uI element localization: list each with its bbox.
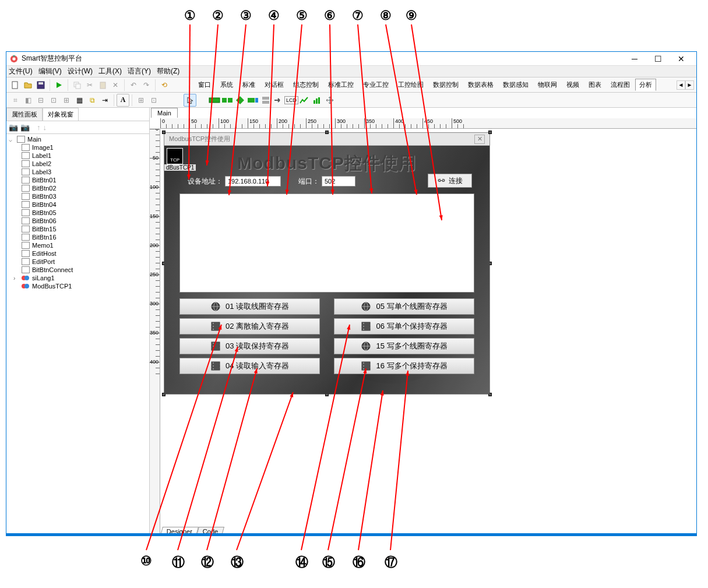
tree-item[interactable]: EditPort xyxy=(9,258,147,266)
menu-tools[interactable]: 工具(X) xyxy=(98,66,122,76)
port-input[interactable] xyxy=(322,176,355,186)
grid-icon[interactable]: ⊞ xyxy=(135,94,147,107)
paste-icon[interactable] xyxy=(96,79,109,91)
object-panel-tab[interactable]: 对象视窗 xyxy=(43,108,79,121)
form-close-icon[interactable]: ✕ xyxy=(474,135,485,144)
menu-language[interactable]: 语言(Y) xyxy=(128,66,151,76)
tree-item[interactable]: BitBtnConnect xyxy=(9,266,147,274)
modbus-function-button[interactable]: 16 写多个保持寄存器 xyxy=(334,358,474,374)
menu-help[interactable]: 帮助(Z) xyxy=(157,66,179,76)
comp-lcd-icon[interactable]: LCD xyxy=(285,94,298,107)
tree-item[interactable]: Image1 xyxy=(9,143,147,152)
cut-icon[interactable]: ✂ xyxy=(83,79,96,91)
comp-bars-icon[interactable] xyxy=(311,94,323,107)
tab-ind-draw[interactable]: 工控绘图 xyxy=(394,79,428,91)
tab-flowchart[interactable]: 流程图 xyxy=(607,79,634,91)
align-left-icon[interactable]: ◧ xyxy=(22,94,34,107)
resize-handle[interactable] xyxy=(488,131,492,134)
panel-tool2-icon[interactable]: 📷 xyxy=(20,123,30,132)
modbus-function-button[interactable]: 04 读取输入寄存器 xyxy=(179,358,320,374)
group-icon[interactable]: ▦ xyxy=(73,94,86,107)
tree-item[interactable]: BitBtn02 xyxy=(9,184,147,192)
save-file-icon[interactable] xyxy=(34,79,47,91)
tree-item[interactable]: BitBtn06 xyxy=(9,217,147,225)
maximize-button[interactable]: ☐ xyxy=(646,52,670,65)
memo-textarea[interactable] xyxy=(179,193,474,293)
menu-file[interactable]: 文件(U) xyxy=(9,66,33,76)
move-up-icon[interactable]: ↑ xyxy=(37,123,41,132)
modbus-function-button[interactable]: 15 写多个线圈寄存器 xyxy=(334,338,474,354)
tab-scada[interactable]: 组态控制 xyxy=(289,79,323,91)
snap-icon[interactable]: ⊡ xyxy=(147,94,160,107)
tree-item-silang[interactable]: › siLang1 xyxy=(9,274,147,282)
new-file-icon[interactable] xyxy=(9,79,22,91)
resize-handle[interactable] xyxy=(325,131,329,134)
send-back-icon[interactable]: ⊡ xyxy=(47,94,60,107)
tree-item[interactable]: BitBtn15 xyxy=(9,225,147,233)
close-button[interactable]: ✕ xyxy=(670,52,693,65)
open-file-icon[interactable] xyxy=(22,79,34,91)
tree-item[interactable]: BitBtn05 xyxy=(9,209,147,217)
tabs-scroll-right-icon[interactable]: ► xyxy=(685,80,694,90)
menu-edit[interactable]: 编辑(V) xyxy=(38,66,62,76)
tab-iot[interactable]: 物联网 xyxy=(534,79,561,91)
resize-handle[interactable] xyxy=(162,131,165,134)
comp-arrow-icon[interactable] xyxy=(272,94,285,107)
tree-item[interactable]: Label2 xyxy=(9,160,147,168)
tab-data-aware[interactable]: 数据感知 xyxy=(499,79,533,91)
zorder-icon[interactable]: ⊟ xyxy=(34,94,47,107)
connect-button[interactable]: 连接 xyxy=(428,174,472,188)
comp-trend-icon[interactable] xyxy=(298,94,311,107)
tab-chart[interactable]: 图表 xyxy=(584,79,605,91)
tab-std-ind[interactable]: 标准工控 xyxy=(324,79,358,91)
property-panel-tab[interactable]: 属性面板 xyxy=(6,108,43,121)
tree-item[interactable]: BitBtn03 xyxy=(9,192,147,200)
object-tree[interactable]: ⌵ Main Image1Label1Label2Label3BitBtn01B… xyxy=(6,134,149,536)
modbus-function-button[interactable]: 03 读取保持寄存器 xyxy=(179,338,320,354)
undo-icon[interactable]: ↶ xyxy=(127,79,140,91)
tree-item-modbustcp[interactable]: ModBusTCP1 xyxy=(9,282,147,290)
text-tool-icon[interactable]: A xyxy=(117,94,129,107)
link-icon[interactable]: ⟲ xyxy=(158,79,171,91)
tab-system[interactable]: 系统 xyxy=(216,79,237,91)
minimize-button[interactable]: ─ xyxy=(623,52,646,65)
tabs-scroll-left-icon[interactable]: ◄ xyxy=(677,80,685,90)
comp-updown-icon[interactable] xyxy=(259,94,272,107)
form-tab-main[interactable]: Main xyxy=(151,108,178,118)
delete-icon[interactable]: ✕ xyxy=(109,79,122,91)
comp-var-icon[interactable] xyxy=(246,94,259,107)
run-icon[interactable] xyxy=(52,79,65,91)
tree-item[interactable]: BitBtn04 xyxy=(9,200,147,209)
modbus-function-button[interactable]: 01 读取线圈寄存器 xyxy=(179,298,320,315)
tab-analysis[interactable]: 分析 xyxy=(635,79,656,91)
menu-design[interactable]: 设计(W) xyxy=(68,66,93,76)
comp-move-icon[interactable] xyxy=(323,94,336,107)
tree-root-main[interactable]: ⌵ Main xyxy=(9,135,147,143)
tab-data-ctrl[interactable]: 数据控制 xyxy=(429,79,463,91)
comp-rect-icon[interactable] xyxy=(208,94,221,107)
tab-pro-ind[interactable]: 专业工控 xyxy=(359,79,393,91)
tab-standard[interactable]: 标准 xyxy=(238,79,259,91)
tree-item[interactable]: Memo1 xyxy=(9,241,147,249)
modbus-function-button[interactable]: 05 写单个线圈寄存器 xyxy=(334,298,474,315)
comp-diamond-icon[interactable] xyxy=(234,94,246,107)
design-canvas[interactable]: ModbusTCP控件使用 ✕ TCP dBusTCP1 ModbusTCP控件… xyxy=(160,129,696,525)
tree-item[interactable]: Label3 xyxy=(9,168,147,176)
tree-item[interactable]: EditHost xyxy=(9,249,147,258)
device-ip-input[interactable] xyxy=(225,176,281,186)
align-icon[interactable]: ⌗ xyxy=(9,94,22,107)
move-down-icon[interactable]: ↓ xyxy=(43,123,47,132)
tree-item[interactable]: BitBtn01 xyxy=(9,176,147,184)
layers-icon[interactable]: ⧉ xyxy=(86,94,98,107)
comp-rect2-icon[interactable] xyxy=(221,94,234,107)
tab-window[interactable]: 窗口 xyxy=(194,79,215,91)
panel-tool-icon[interactable]: 📷 xyxy=(9,123,18,132)
bring-front-icon[interactable]: ⊞ xyxy=(60,94,73,107)
copy-icon[interactable] xyxy=(71,79,83,91)
design-form[interactable]: ModbusTCP控件使用 ✕ TCP dBusTCP1 ModbusTCP控件… xyxy=(164,132,490,395)
modbus-function-button[interactable]: 02 离散输入寄存器 xyxy=(179,318,320,335)
tab-order-icon[interactable]: ⇥ xyxy=(98,94,111,107)
tab-dialog[interactable]: 对话框 xyxy=(260,79,288,91)
tree-item[interactable]: BitBtn16 xyxy=(9,233,147,241)
tab-video[interactable]: 视频 xyxy=(562,79,583,91)
